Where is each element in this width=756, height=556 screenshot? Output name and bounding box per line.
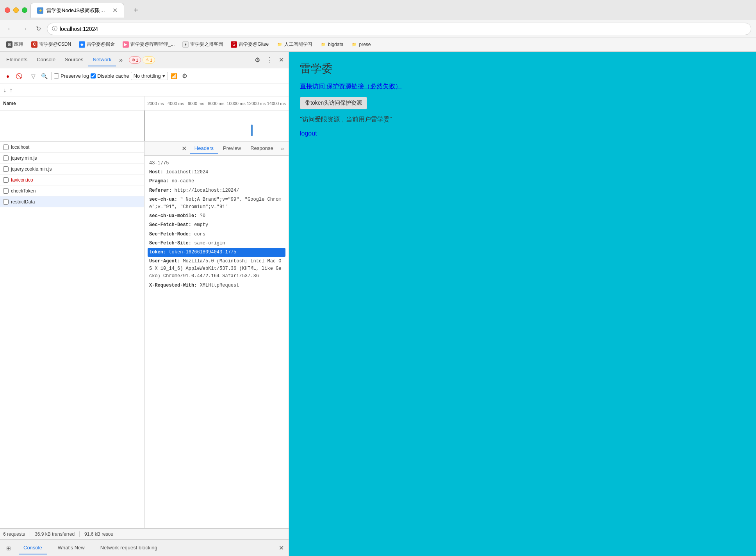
rd-tab-more[interactable]: » [278,144,287,153]
file-name-jquery-min: jquery.min.js [11,155,37,161]
tab-elements[interactable]: Elements [2,53,32,66]
gitee-icon: G [231,41,237,48]
rd-tab-headers[interactable]: Headers [190,143,218,154]
disable-cache-checkbox[interactable] [91,73,96,78]
refresh-button[interactable]: ↻ [33,23,44,34]
upload-button[interactable]: ↑ [9,87,12,94]
cb-tab-console[interactable]: Console [19,542,47,554]
console-icon[interactable]: ⊞ [5,544,12,553]
direct-access-link[interactable]: 直接访问 保护资源链接（必然失败） [300,83,401,89]
rd-tab-response[interactable]: Response [246,143,278,154]
bookmark-juejin[interactable]: ◆ 雷学委@掘金 [77,40,116,48]
bookmark-bili[interactable]: ▶ 雷学委@哔哩哔哩_... [121,40,176,48]
throttle-chevron-icon: ▾ [162,73,165,79]
bookmark-ai[interactable]: 📁 人工智能学习 [275,40,314,48]
header-row-user-agent: User-Agent: Mozilla/5.0 (Macintosh; Inte… [148,257,285,281]
page-title: 雷学委 [300,61,745,76]
file-checkbox-checktoken[interactable] [3,188,9,194]
back-button[interactable]: ← [5,23,16,34]
file-item-jquery-min[interactable]: jquery.min.js [0,153,144,164]
browser-tab[interactable]: ⚡ 雷学委NodeJS极简权限认证 ✕ [30,3,124,18]
download-button[interactable]: ↓ [3,87,6,94]
token-access-button[interactable]: 带token头访问保护资源 [300,97,367,109]
file-item-checktoken[interactable]: checkToken [0,185,144,196]
cb-tab-whats-new[interactable]: What's New [53,542,89,554]
network-gear-button[interactable]: ⚙ [180,71,189,81]
file-checkbox-favicon[interactable] [3,177,9,183]
request-details-panel: ✕ Headers Preview Response » 43-177 [144,142,289,528]
forward-button[interactable]: → [19,23,30,34]
logout-link[interactable]: logout [300,130,317,137]
header-row-sec-fetch-dest: Sec-Fetch-Dest: empty [148,221,285,230]
file-item-localhost[interactable]: localhost [0,142,144,153]
close-traffic-light[interactable] [5,7,10,13]
address-bar[interactable]: ⓘ localhost:12024 [47,23,751,35]
disable-cache-label[interactable]: Disable cache [91,73,129,79]
apps-icon: ⊞ [6,41,12,48]
header-row-pragma: Pragma: no-cache [148,177,285,186]
cb-tab-network-blocking[interactable]: Network request blocking [96,542,162,554]
warn-icon: ⚠ [145,57,149,62]
bookmark-csdn[interactable]: C 雷学委@CSDN [30,40,73,48]
tick-14000: 14000 ms [267,101,286,106]
maximize-traffic-light[interactable] [22,7,27,13]
wifi-icon[interactable]: 📶 [169,71,179,81]
file-name-localhost: localhost [11,144,29,150]
bookmarks-bar: ⊞ 应用 C 雷学委@CSDN ◆ 雷学委@掘金 ▶ 雷学委@哔哩哔哩_... … [0,37,756,52]
rd-tab-preview[interactable]: Preview [218,143,246,154]
preserve-log-checkbox[interactable] [54,73,59,78]
bookmark-bigdata[interactable]: 📁 bigdata [319,41,345,48]
search-button[interactable]: 🔍 [39,71,49,81]
devtools-menu-button[interactable]: ⋮ [263,55,276,65]
devtools-gear-button[interactable]: ⚙ [251,55,263,65]
bookmark-gitee-label: 雷学委@Gitee [239,41,269,48]
file-checkbox-jquery-min[interactable] [3,155,9,161]
tab-sources[interactable]: Sources [60,53,88,66]
file-checkbox-localhost[interactable] [3,144,9,150]
console-close-button[interactable]: ✕ [279,544,284,552]
preserve-log-label[interactable]: Preserve log [54,73,89,79]
download-upload-row: ↓ ↑ [0,84,289,96]
devtools-close-button[interactable]: ✕ [276,55,287,65]
new-tab-button[interactable]: + [130,5,141,16]
request-details-close-button[interactable]: ✕ [178,143,190,154]
address-text: localhost:12024 [60,26,98,32]
header-row-host: Host: localhost:12024 [148,168,285,177]
transferred-size: 36.9 kB transferred [35,531,75,537]
bookmark-apps[interactable]: ⊞ 应用 [5,40,25,48]
file-checkbox-restrictdata[interactable] [3,199,9,205]
minimize-traffic-light[interactable] [13,7,19,13]
clear-button[interactable]: 🚫 [14,71,23,81]
tab-network[interactable]: Network [88,53,116,66]
name-column-header: Name [0,96,144,110]
address-security-icon: ⓘ [52,25,57,32]
header-row-0: 43-1775 [148,159,285,168]
tab-close-button[interactable]: ✕ [112,7,118,14]
tab-title: 雷学委NodeJS极简权限认证 [46,7,109,14]
file-item-jquery-cookie[interactable]: jquery.cookie.min.js [0,164,144,175]
devtools-more-button[interactable]: » [116,55,126,65]
tick-10000: 10000 ms [226,101,245,106]
status-sep-1 [30,531,30,537]
file-checkbox-jquery-cookie[interactable] [3,166,9,172]
throttle-dropdown[interactable]: No throttling ▾ [131,72,168,80]
record-button[interactable]: ● [3,71,12,81]
juejin-icon: ◆ [79,41,85,48]
traffic-lights [5,7,27,13]
warn-badge: ⚠ 1 [143,56,155,64]
bookmark-csdn-label: 雷学委@CSDN [39,41,71,48]
file-item-restrictdata[interactable]: restrictData [0,196,144,207]
file-item-favicon[interactable]: favicon.ico [0,175,144,185]
filter-button[interactable]: ▽ [29,71,38,81]
bookmark-bili-label: 雷学委@哔哩哔哩_... [130,41,175,48]
web-content: 雷学委 直接访问 保护资源链接（必然失败） 带token头访问保护资源 "访问受… [289,52,756,556]
bookmark-blog[interactable]: ♦ 雷学委之博客园 [181,40,225,48]
bookmark-gitee[interactable]: G 雷学委@Gitee [229,40,270,48]
tab-console[interactable]: Console [32,53,60,66]
header-row-x-requested-with: X-Requested-With: XMLHttpRequest [148,281,285,290]
file-name-checktoken: checkToken [11,188,36,194]
waterfall-bar [251,125,253,136]
bookmark-prese[interactable]: 📁 prese [349,41,372,48]
error-icon: ⊗ [132,57,135,62]
status-sep-2 [79,531,80,537]
